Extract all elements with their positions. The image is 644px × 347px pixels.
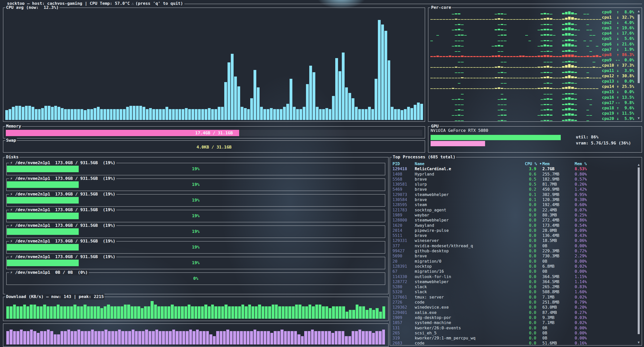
disk-label: ⚡ /dev/nvme2n1p1 173.0GB / 931.5GB (19%) — [9, 176, 116, 181]
core-trend-icon: ↓ — [615, 79, 621, 84]
memory-panel: Memory 17.4GB / 31.1GB — [3, 126, 425, 138]
chart-bar — [433, 19, 436, 20]
process-row[interactable]: 129418RelicCardinal.e3.92.7GB8.53% — [390, 166, 642, 171]
upload-chart — [6, 328, 385, 344]
chart-bar — [574, 120, 577, 121]
chart-bar — [228, 306, 231, 319]
process-row[interactable]: 130581slurp0.581.7MB0.26% — [390, 182, 642, 187]
chart-bar — [559, 88, 562, 89]
process-row[interactable]: 5280slack0.0265.2MB0.83% — [390, 284, 642, 289]
core-trend-icon: ↑ — [615, 9, 621, 15]
scroll-down-icon[interactable]: ▼ — [637, 116, 640, 120]
process-row[interactable]: 121783socktop_agent0.022.4MB0.07% — [390, 208, 642, 213]
process-row[interactable]: 128800steamwebhelper0.0272.4MB0.86% — [390, 218, 642, 223]
process-row[interactable]: 1057systemd-machine0.07.1MB0.02% — [390, 320, 642, 325]
process-row[interactable]: 20migration/00.00B0.00% — [390, 259, 642, 264]
chart-bar — [541, 77, 543, 78]
process-row[interactable]: 129401xalia.exe0.087.4MB0.27% — [390, 310, 642, 315]
chart-bar — [571, 61, 574, 62]
per-core-panel: Per-core cpu0↑8.0%cpu1↓32.7%cpu2↓4.0%cpu… — [428, 8, 642, 122]
process-row[interactable]: 99427github-desktop0.0229.3MB0.72% — [390, 249, 642, 254]
process-row[interactable]: 128595steam0.0192.4MB0.60% — [390, 202, 642, 207]
chart-bar — [501, 35, 503, 36]
chart-bar — [574, 41, 577, 41]
process-row[interactable]: 2726code0.0251.8MB0.79% — [390, 300, 642, 305]
process-row[interactable]: 128391socktop0.06.8MB0.02% — [390, 264, 642, 269]
process-row[interactable]: 1408Hyprland0.6255.7MB0.80% — [390, 172, 642, 177]
process-row[interactable]: 5469brave0.2450.9MB1.42% — [390, 187, 642, 192]
chart-bar — [348, 336, 351, 344]
chart-bar — [504, 99, 506, 100]
chart-bar — [525, 88, 528, 89]
header-mem[interactable]: Mem — [542, 161, 575, 166]
header-name[interactable]: Name — [415, 161, 517, 166]
chart-bar — [544, 115, 546, 116]
process-row[interactable]: 127661tmux: server0.07.1MB0.02% — [390, 295, 642, 300]
process-row[interactable]: 5690brave0.0730.3MB2.29% — [390, 254, 642, 259]
process-row[interactable]: 5320slack0.0508.8MB1.60% — [390, 289, 642, 294]
chart-bar — [590, 105, 592, 105]
chart-bar — [71, 331, 73, 344]
chart-bar — [568, 93, 571, 94]
chart-bar — [550, 67, 552, 68]
process-row[interactable]: 2683code0.051.6MB0.16% — [390, 341, 642, 346]
chart-bar — [583, 56, 586, 57]
header-pid[interactable]: PID — [393, 161, 415, 166]
process-row[interactable]: 130584brave0.1120.3MB0.38% — [390, 197, 642, 202]
process-row[interactable]: 5511brave0.0136.4MB0.43% — [390, 233, 642, 238]
processes-scrollbar-thumb[interactable] — [638, 167, 640, 334]
process-row[interactable]: 5568brave0.5182.9MB0.57% — [390, 177, 642, 182]
process-row[interactable]: 1989waybar0.080.3MB0.25% — [390, 213, 642, 218]
chart-bar — [458, 109, 460, 110]
chart-bar — [243, 331, 246, 344]
chart-bar — [550, 41, 552, 41]
chart-bar — [565, 93, 568, 94]
process-row[interactable]: 128772steamwebhelper0.0364.5MB1.14% — [390, 279, 642, 284]
process-row[interactable]: 129073steamwebhelper0.1302.9MB0.95% — [390, 192, 642, 197]
process-row[interactable]: 2014pipewire-pulse0.028.0MB0.09% — [390, 228, 642, 233]
process-row[interactable]: 129362winedevice.exe0.063.0MB0.20% — [390, 305, 642, 310]
chart-bar — [12, 107, 15, 120]
process-pid: 128772 — [393, 279, 415, 284]
process-row[interactable]: 265scsi_eh_50.00B0.00% — [390, 331, 642, 336]
chart-bar — [544, 51, 546, 52]
chart-bar — [596, 78, 598, 78]
core-sparkline — [430, 9, 601, 15]
chart-bar — [458, 24, 460, 25]
chart-bar — [550, 88, 552, 89]
process-mem-pct: 0.02% — [575, 295, 642, 300]
scroll-down-icon[interactable]: ▼ — [637, 341, 640, 344]
header-mem-pct[interactable]: Mem % — [575, 161, 642, 166]
process-row[interactable]: 319kworker/29:1-mm_percpu_wq0.00B0.00% — [390, 336, 642, 341]
chart-bar — [209, 334, 212, 344]
process-mem-pct: 0.27% — [575, 310, 642, 315]
disk-usage-pct: 19% — [7, 181, 385, 188]
process-row[interactable]: 1620Xwayland0.0173.4MB0.54% — [390, 223, 642, 228]
process-row[interactable]: 1909xdg-desktop-por0.09.3MB0.03% — [390, 315, 642, 320]
chart-bar — [191, 109, 194, 120]
chart-bar — [159, 331, 161, 344]
process-pid: 5320 — [393, 289, 415, 294]
process-row[interactable]: 67migration/160.00B0.00% — [390, 269, 642, 274]
header-cpu-sort[interactable]: CPU % • — [517, 161, 542, 166]
chart-bar — [513, 78, 516, 78]
scroll-up-icon[interactable]: ▲ — [637, 163, 640, 166]
percore-scrollbar[interactable]: ▲ ▼ — [637, 9, 640, 120]
chart-bar — [504, 56, 506, 57]
chart-bar — [38, 109, 41, 120]
percore-scrollbar-thumb[interactable] — [638, 14, 640, 83]
chart-bar — [51, 107, 54, 120]
chart-bar — [547, 98, 549, 100]
scroll-up-icon[interactable]: ▲ — [637, 9, 640, 13]
process-row[interactable]: 114330outlook-for-lin0.0364.5MB1.15% — [390, 274, 642, 279]
process-row[interactable]: 129331wineserver0.018.5MB0.06% — [390, 238, 642, 243]
processes-scrollbar[interactable]: ▲ ▼ — [637, 163, 640, 344]
chart-bar — [443, 67, 445, 68]
core-usage-pct: 9.8% — [621, 100, 635, 105]
process-cpu-pct: 0.0 — [517, 208, 542, 213]
process-row[interactable]: 377nvidia-modeset/kthread_q0.00B0.00% — [390, 243, 642, 249]
chart-bar — [461, 120, 463, 121]
process-row[interactable]: 131kworker/26:0-events0.00B0.00% — [390, 326, 642, 331]
core-sparkline — [430, 105, 601, 111]
chart-bar — [535, 67, 537, 68]
